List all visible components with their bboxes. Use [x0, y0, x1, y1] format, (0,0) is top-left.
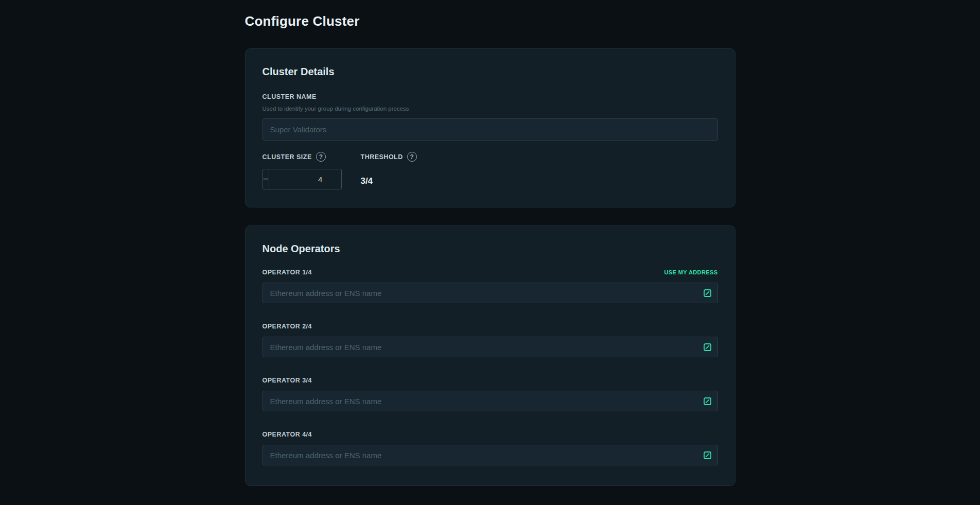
operator-4-label: OPERATOR 4/4: [262, 431, 312, 438]
threshold-label: THRESHOLD: [361, 153, 403, 161]
operator-1-edit-address-icon[interactable]: [704, 289, 712, 297]
edit-icon: [704, 397, 711, 405]
threshold-value: 3/4: [361, 173, 718, 189]
cluster-name-label: CLUSTER NAME: [262, 93, 317, 100]
operator-1-label: OPERATOR 1/4: [262, 269, 312, 276]
operator-2-edit-address-icon[interactable]: [704, 343, 712, 351]
operator-row-3: OPERATOR 3/4: [262, 377, 718, 411]
cluster-name-field: CLUSTER NAME Used to identify your group…: [262, 92, 718, 141]
edit-icon: [704, 451, 711, 459]
cluster-details-heading: Cluster Details: [262, 66, 718, 78]
cluster-size-stepper: − +: [262, 169, 342, 189]
page-title: Configure Cluster: [245, 13, 736, 29]
edit-icon: [704, 343, 711, 351]
operator-3-edit-address-icon[interactable]: [704, 397, 712, 405]
cluster-size-value[interactable]: [269, 169, 342, 189]
cluster-size-field: CLUSTER SIZE ? − +: [262, 152, 361, 189]
cluster-name-input[interactable]: [262, 118, 718, 141]
cluster-size-decrement-button[interactable]: −: [263, 169, 269, 189]
operator-2-address-input[interactable]: [262, 337, 718, 357]
operator-1-address-input[interactable]: [262, 283, 718, 303]
operator-4-edit-address-icon[interactable]: [704, 451, 712, 459]
size-threshold-row: CLUSTER SIZE ? − + THRESHOLD ? 3/4: [262, 152, 718, 189]
use-my-address-button[interactable]: USE MY ADDRESS: [664, 269, 717, 275]
cluster-details-card: Cluster Details CLUSTER NAME Used to ide…: [245, 48, 736, 207]
threshold-help-icon[interactable]: ?: [407, 152, 417, 162]
cluster-name-helper: Used to identify your group during confi…: [262, 106, 718, 112]
operator-row-2: OPERATOR 2/4: [262, 323, 718, 357]
node-operators-card: Node Operators OPERATOR 1/4 USE MY ADDRE…: [245, 225, 736, 486]
cluster-size-help-icon[interactable]: ?: [316, 152, 326, 162]
operator-3-address-input[interactable]: [262, 391, 718, 411]
main-content: Configure Cluster Cluster Details CLUSTE…: [245, 0, 736, 486]
operator-4-address-input[interactable]: [262, 445, 718, 465]
operator-row-4: OPERATOR 4/4: [262, 431, 718, 465]
threshold-field: THRESHOLD ? 3/4: [361, 152, 718, 189]
node-operators-heading: Node Operators: [262, 243, 718, 255]
edit-icon: [704, 289, 711, 297]
operator-3-label: OPERATOR 3/4: [262, 377, 312, 384]
operator-2-label: OPERATOR 2/4: [262, 323, 312, 330]
operator-row-1: OPERATOR 1/4 USE MY ADDRESS: [262, 269, 718, 303]
cluster-size-label: CLUSTER SIZE: [262, 153, 312, 161]
